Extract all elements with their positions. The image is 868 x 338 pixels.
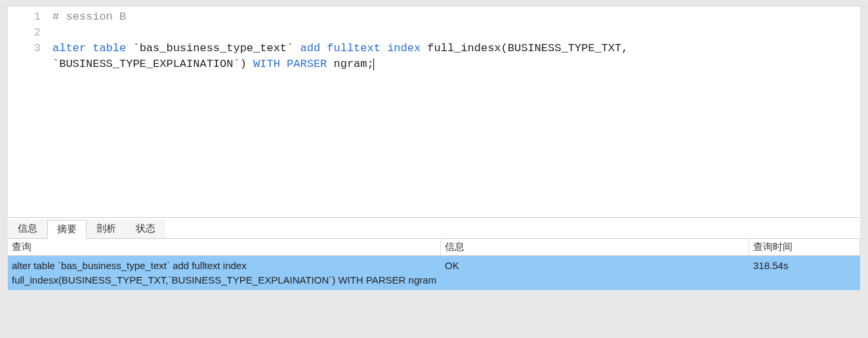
code-token — [327, 58, 333, 70]
line-number: 3 — [8, 41, 41, 56]
code-token: index — [387, 42, 421, 54]
header-info[interactable]: 信息 — [441, 239, 749, 255]
code-token: fulltext — [327, 42, 381, 54]
code-token: full_indesx(BUSINESS_TYPE_TXT, — [427, 42, 628, 54]
text-cursor — [373, 58, 374, 70]
code-token — [421, 42, 427, 54]
code-token — [381, 42, 387, 54]
code-token: alter — [52, 42, 86, 54]
tab-1[interactable]: 摘要 — [47, 220, 87, 239]
tab-0[interactable]: 信息 — [8, 219, 47, 238]
cell-info: OK — [441, 256, 749, 290]
line-number: 2 — [8, 25, 41, 41]
code-token — [280, 58, 287, 70]
code-token: `bas_business_type_text` — [133, 42, 293, 54]
code-line: alter table `bas_business_type_text` add… — [52, 41, 860, 72]
code-token: table — [93, 42, 126, 54]
toolbar-strip — [0, 0, 868, 7]
tab-2[interactable]: 剖析 — [87, 219, 126, 238]
code-token: PARSER — [287, 58, 327, 70]
code-token — [86, 42, 93, 54]
code-line: # session B — [52, 9, 860, 25]
code-token: `BUSINESS_TYPE_EXPLAINATION` — [52, 58, 240, 70]
table-row[interactable]: alter table `bas_business_type_text` add… — [8, 256, 860, 290]
code-token: # session B — [52, 11, 126, 23]
code-token — [247, 58, 253, 70]
result-table: 查询 信息 查询时间 alter table `bas_business_typ… — [8, 239, 860, 290]
line-number: 1 — [8, 9, 41, 25]
cell-query: alter table `bas_business_type_text` add… — [8, 256, 441, 290]
code-token: ) — [240, 58, 247, 70]
cell-time: 318.54s — [749, 256, 860, 290]
header-time[interactable]: 查询时间 — [749, 239, 860, 255]
sql-editor[interactable]: 123 # session B alter table `bas_busines… — [8, 7, 860, 218]
tab-3[interactable]: 状态 — [126, 219, 165, 238]
code-token — [293, 42, 300, 54]
code-token — [320, 42, 327, 54]
result-header-row: 查询 信息 查询时间 — [8, 239, 860, 256]
result-tabs: 信息摘要剖析状态 — [8, 218, 860, 239]
line-gutter: 123 — [8, 7, 47, 217]
header-query[interactable]: 查询 — [8, 239, 441, 255]
code-area[interactable]: # session B alter table `bas_business_ty… — [47, 7, 860, 217]
code-token: ngram — [334, 58, 367, 70]
code-line — [52, 25, 860, 41]
code-token — [126, 42, 133, 54]
code-token: add — [300, 42, 320, 54]
code-token: WITH — [253, 58, 280, 70]
